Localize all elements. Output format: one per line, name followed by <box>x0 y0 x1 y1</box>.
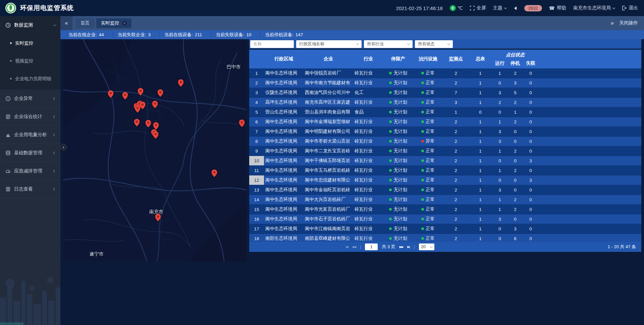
table-row[interactable]: 16阆中生态环境局阆中市石子页岩机砖厂砖瓦行业无计划正常21300 <box>249 214 641 224</box>
sidebar-collapse-handle[interactable] <box>60 144 67 151</box>
logout-button[interactable]: 退出 <box>622 5 638 11</box>
sidebar-item-emergency-reduction[interactable]: 应急减排管理 <box>0 162 60 180</box>
table-row[interactable]: 2阆中生态环境局阆中市南方节能建材有砖瓦行业无计划正常21030 <box>249 78 641 88</box>
region-filter-select[interactable]: 行政区域名称 <box>296 40 362 48</box>
table-row[interactable]: 8阆中生态环境局阆中市枣碧大梁山页岩砖瓦行业无计划异常21300 <box>249 137 641 146</box>
table-row[interactable]: 1阆中生态环境局阆中强锐页岩砖厂砖瓦行业无计划正常21120 <box>249 68 641 78</box>
limit-cell: 无计划 <box>383 166 413 175</box>
last-page-button[interactable]: ▶| <box>408 245 410 249</box>
app-logo-icon <box>5 2 17 14</box>
status-dot-green <box>421 179 424 181</box>
table-row[interactable]: 11阆中生态环境局阆中市五马桥页岩机砖砖瓦行业无计划正常21120 <box>249 166 641 175</box>
table-row[interactable]: 6阆中生态环境局阆中市金博瑞新型墙材砖瓦行业无计划正常21120 <box>249 117 641 127</box>
map-pins <box>63 39 247 262</box>
company-cell: 阆中市二龙长宝页岩砖 <box>304 146 353 156</box>
run-cell: 3 <box>492 88 507 97</box>
map-pin[interactable] <box>211 169 217 177</box>
org-dropdown[interactable]: 南充市生态环境局 <box>573 5 615 11</box>
close-operations-button[interactable]: 关闭操作 <box>619 20 638 26</box>
status-filter-select[interactable]: 所有状态 <box>415 40 453 48</box>
tabs-scroll-left-button[interactable]: « <box>60 16 72 30</box>
map-pin[interactable] <box>108 90 113 98</box>
sidebar-item-enterprise-statistics[interactable]: 企业综合统计 <box>0 108 60 126</box>
prev-page-button[interactable]: ◀◀ <box>352 245 356 249</box>
sidebar-item-power-load-detail[interactable]: 企业电力负荷明细 <box>0 70 60 88</box>
name-filter-input[interactable]: 名称 <box>250 40 294 48</box>
map-pin[interactable] <box>138 88 143 96</box>
stat-item: 当前失联企业:3 <box>113 32 160 38</box>
map-pin[interactable] <box>140 102 145 109</box>
table-row[interactable]: 10阆中生态环境局阆中千佛镇五郎垭页岩砖瓦行业无计划正常21003 <box>249 156 641 166</box>
table-row[interactable]: 7阆中生态环境局阆中明阳建材有限公司砖瓦行业无计划正常21300 <box>249 127 641 137</box>
theme-dropdown[interactable]: 主题 <box>493 5 506 11</box>
city-skyline-decoration <box>0 258 60 325</box>
first-page-button[interactable]: |◀ <box>345 245 348 249</box>
limit-cell: 无计划 <box>383 117 413 126</box>
status-dot-green <box>389 140 392 143</box>
map-canvas[interactable]: 巴中市南充市遂宁市 <box>63 39 247 262</box>
sidebar-item-data-monitoring[interactable]: 数据监测 <box>0 16 60 34</box>
tab-home[interactable]: 首页 <box>76 18 94 28</box>
map-pin[interactable] <box>153 131 159 139</box>
status-dot-green <box>389 169 392 172</box>
lost-cell: 0 <box>523 205 538 214</box>
table-row[interactable]: 3仪陇生态环境局西南油气田分公司川中化工无计划正常71350 <box>249 88 641 98</box>
table-row[interactable]: 12阆中生态环境局阆中市忠信建材有限公砖瓦行业无计划正常21003 <box>249 175 641 185</box>
stats-bar: 当前在线企业:44当前失联企业:3当前在线设备:211当前失联设备:10当前停机… <box>60 30 644 39</box>
sidebar-item-realtime-monitoring[interactable]: 实时监控 <box>0 34 60 52</box>
next-page-button[interactable]: ▶▶ <box>399 245 404 249</box>
table-row[interactable]: 17阆中生态环境局阆中市江南镇阆南页岩砖瓦行业无计划正常21030 <box>249 224 641 234</box>
sidebar-item-video-monitoring[interactable]: 视频监控 <box>0 52 60 70</box>
table-row[interactable]: 13阆中生态环境局阆中市金福旺页岩机砖砖瓦行业无计划正常21300 <box>249 185 641 195</box>
map-pin[interactable] <box>122 92 128 100</box>
page-size-select[interactable]: 20 <box>419 243 434 250</box>
run-cell: 1 <box>492 205 507 214</box>
map-pin[interactable] <box>178 79 184 87</box>
run-cell: 0 <box>492 175 507 185</box>
table-row[interactable]: 18南部生态环境局南部县双峰建材有限公砖瓦行业无计划正常21060 <box>249 234 641 242</box>
map-pin[interactable] <box>135 105 141 113</box>
sidebar-item-enterprise-abnormal[interactable]: 企业异常 <box>0 90 60 108</box>
table-header: 行政区域 企业 行业 停限产 治污设施 监测点 总表 点位状态 运行 停机 <box>249 50 641 68</box>
map-pin[interactable] <box>134 119 140 126</box>
table-row[interactable]: 15阆中生态环境局阆中市光富页岩机砖厂砖瓦行业无计划正常21120 <box>249 205 641 214</box>
total-cell: 1 <box>469 88 492 97</box>
help-button[interactable]: ☎ 帮助 <box>549 5 566 11</box>
table-row[interactable]: 4高坪生态环境局南充市高坪区王家店建砖瓦行业无计划正常31220 <box>249 98 641 107</box>
table-row[interactable]: 5营山生态环境局营山县润丰肉食品有限食品无计划正常10010 <box>249 107 641 117</box>
map-pin[interactable] <box>239 119 245 127</box>
table-row[interactable]: 14阆中生态环境局阆中大兴页岩机砖厂砖瓦行业无计划正常21120 <box>249 195 641 205</box>
table-row[interactable]: 9阆中生态环境局阆中市二龙长宝页岩砖砖瓦行业无计划正常21120 <box>249 146 641 156</box>
industry-cell: 砖瓦行业 <box>353 117 383 126</box>
facility-cell: 正常 <box>413 234 443 242</box>
map-pin[interactable] <box>157 89 163 97</box>
sidebar-item-base-data[interactable]: 基础数据管理 <box>0 144 60 162</box>
chevron-down-icon <box>447 42 450 45</box>
lost-cell: 0 <box>523 234 538 242</box>
tab-realtime-monitoring[interactable]: 实时监控 × <box>96 18 131 28</box>
sidebar-item-power-analysis[interactable]: 企业用电量分析 <box>0 126 60 144</box>
filler-cell <box>538 78 641 88</box>
tabs-scroll-right-button[interactable]: » <box>611 20 614 26</box>
announcement-icon[interactable] <box>514 6 517 10</box>
lost-cell: 3 <box>523 156 538 165</box>
map-pin[interactable] <box>152 101 158 108</box>
map-pin[interactable] <box>145 120 151 127</box>
halt-cell: 2 <box>507 68 523 78</box>
filler-column-header <box>538 50 641 68</box>
halt-cell: 3 <box>507 224 523 233</box>
status-dot-green <box>389 82 392 84</box>
map-pin[interactable] <box>155 214 161 221</box>
tab-close-icon[interactable]: × <box>122 21 127 25</box>
lost-cell: 0 <box>523 88 538 97</box>
fullscreen-button[interactable]: 全屏 <box>470 5 486 11</box>
industry-filter-select[interactable]: 所有行业 <box>364 40 413 48</box>
halt-cell: 2 <box>507 195 523 204</box>
map-pin[interactable] <box>153 122 159 130</box>
lost-cell: 0 <box>523 137 538 146</box>
page-number-input[interactable]: 1 <box>365 243 378 250</box>
total-cell: 1 <box>469 68 492 78</box>
message-count-badge[interactable]: 2632 <box>524 5 542 11</box>
sidebar-item-log-view[interactable]: 日志查看 <box>0 180 60 198</box>
facility-cell: 正常 <box>413 88 443 97</box>
